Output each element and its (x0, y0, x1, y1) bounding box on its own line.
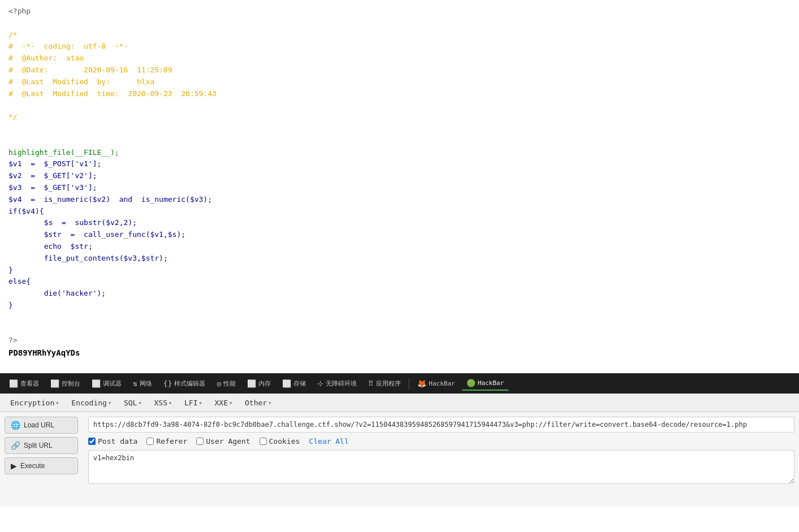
url-input[interactable] (88, 417, 794, 432)
referer-checkbox[interactable] (146, 438, 154, 445)
debugger-icon: ⬜ (92, 379, 101, 388)
menu-other-label: Other (245, 399, 267, 407)
useragent-checkbox[interactable] (196, 438, 204, 445)
code-line (8, 135, 791, 147)
code-line: if($v4){ (8, 206, 791, 218)
code-line: file_put_contents($v3,$str); (8, 253, 791, 265)
code-line: # @Author: atao (8, 53, 791, 64)
checkboxes-row: Post data Referer User Agent Cookies Cle… (88, 437, 794, 446)
code-line: <?php (8, 6, 791, 18)
dt-storage-label: 存储 (293, 379, 306, 388)
dt-network[interactable]: ⇅ 网络 (128, 377, 157, 390)
menu-xxe[interactable]: XXE ▾ (209, 396, 239, 409)
post-data-input[interactable] (88, 450, 794, 484)
code-line: $v2 = $_GET['v2']; (8, 170, 791, 182)
dt-performance-label: 性能 (223, 379, 236, 388)
menu-xxe-arrow: ▾ (229, 400, 232, 406)
menu-other-arrow: ▾ (268, 400, 271, 406)
menu-encoding-arrow: ▾ (108, 400, 111, 406)
menu-encoding-label: Encoding (71, 399, 107, 407)
style-editor-icon: {} (163, 379, 172, 388)
execute-label: Execute (20, 462, 45, 470)
code-line: } (8, 265, 791, 276)
dt-storage[interactable]: ⬜ 存储 (278, 377, 310, 390)
clear-all-button[interactable]: Clear All (309, 437, 348, 446)
console-icon: ⬜ (50, 379, 59, 388)
dt-console-label: 控制台 (62, 379, 80, 388)
load-url-label: Load URL (24, 421, 54, 429)
dt-network-label: 网络 (140, 379, 152, 388)
dt-memory-label: 内存 (258, 379, 271, 388)
postdata-label: Post data (98, 437, 137, 446)
dt-hackbar2-label: HackBar (478, 379, 504, 387)
code-line: $s = substr($v2,2); (8, 217, 791, 229)
code-line: $v3 = $_GET['v3']; (8, 182, 791, 194)
postdata-checkbox-label[interactable]: Post data (88, 437, 137, 446)
code-line (8, 18, 791, 29)
menu-other[interactable]: Other ▾ (239, 396, 277, 409)
clear-all-label: Clear All (309, 437, 348, 446)
code-line: highlight_file(__FILE__); (8, 147, 791, 159)
referer-label: Referer (156, 437, 187, 446)
hackbar-content: 🌐 Load URL 🔗 Split URL ▶ Execute Post da… (0, 412, 799, 488)
code-line: # @Date: 2020-09-16 11:25:09 (8, 64, 791, 76)
split-url-button[interactable]: 🔗 Split URL (5, 437, 78, 454)
memory-icon: ⬜ (247, 379, 256, 388)
dt-console[interactable]: ⬜ 控制台 (46, 377, 85, 390)
inspector-icon: ⬜ (9, 379, 18, 388)
execute-button[interactable]: ▶ Execute (5, 457, 78, 474)
load-url-button[interactable]: 🌐 Load URL (5, 417, 78, 434)
menu-lfi-label: LFI (184, 399, 197, 407)
useragent-checkbox-label[interactable]: User Agent (196, 437, 250, 446)
code-line: */ (8, 111, 791, 123)
menu-sql[interactable]: SQL ▾ (118, 396, 148, 409)
dt-memory[interactable]: ⬜ 内存 (243, 377, 275, 390)
code-line: ?> (8, 335, 791, 347)
cookies-checkbox-label[interactable]: Cookies (260, 437, 300, 446)
code-line: $str = call_user_func($v1,$s); (8, 229, 791, 241)
dt-accessibility-label: 无障碍环境 (326, 379, 357, 388)
code-line: die('hacker'); (8, 288, 791, 300)
accessibility-icon: ⊹ (317, 379, 323, 388)
code-line: /* (8, 29, 791, 41)
network-icon: ⇅ (133, 379, 137, 388)
dt-hackbar-1[interactable]: 🦊 HackBar (413, 377, 459, 390)
hackbar-right: Post data Referer User Agent Cookies Cle… (88, 417, 794, 484)
load-url-icon: 🌐 (11, 421, 20, 430)
hackbar-menu: Encryption ▾ Encoding ▾ SQL ▾ XSS ▾ LFI … (0, 394, 799, 412)
menu-xxe-label: XXE (215, 399, 228, 407)
dt-inspector[interactable]: ⬜ 查看器 (5, 377, 44, 390)
code-line (8, 123, 791, 135)
code-line: } (8, 300, 791, 312)
dt-performance[interactable]: ◎ 性能 (212, 377, 240, 390)
code-line (8, 100, 791, 111)
menu-xss-arrow: ▾ (169, 400, 172, 406)
dt-style-editor[interactable]: {} 样式编辑器 (159, 377, 210, 390)
hackbar1-icon: 🦊 (417, 379, 426, 388)
menu-xss-label: XSS (154, 399, 167, 407)
menu-encoding[interactable]: Encoding ▾ (66, 396, 117, 409)
code-line: else{ (8, 276, 791, 288)
useragent-label: User Agent (206, 437, 250, 446)
dt-style-editor-label: 样式编辑器 (174, 379, 205, 388)
code-line: # -*- coding: utf-8 -*- (8, 41, 791, 53)
dt-separator-1 (409, 378, 409, 390)
postdata-checkbox[interactable] (88, 438, 96, 445)
code-line: $v1 = $_POST['v1']; (8, 158, 791, 170)
code-line: echo $str; (8, 241, 791, 253)
menu-xss[interactable]: XSS ▾ (148, 396, 178, 409)
dt-inspector-label: 查看器 (20, 379, 39, 388)
dt-accessibility[interactable]: ⊹ 无障碍环境 (313, 377, 361, 390)
hackbar-buttons: 🌐 Load URL 🔗 Split URL ▶ Execute (5, 417, 84, 484)
menu-sql-arrow: ▾ (138, 400, 141, 406)
code-pre: <?php /*# -*- coding: utf-8 -*-# @Author… (8, 6, 791, 360)
referer-checkbox-label[interactable]: Referer (146, 437, 187, 446)
dt-hackbar-2[interactable]: 🟢 HackBar (462, 377, 508, 391)
code-line (8, 323, 791, 335)
cookies-checkbox[interactable] (260, 438, 267, 445)
menu-encryption[interactable]: Encryption ▾ (5, 396, 64, 409)
dt-debugger[interactable]: ⬜ 调试器 (87, 377, 126, 390)
menu-lfi[interactable]: LFI ▾ (179, 396, 208, 409)
code-area: <?php /*# -*- coding: utf-8 -*-# @Author… (0, 0, 799, 373)
dt-application[interactable]: ⠿ 应用程序 (364, 377, 405, 390)
